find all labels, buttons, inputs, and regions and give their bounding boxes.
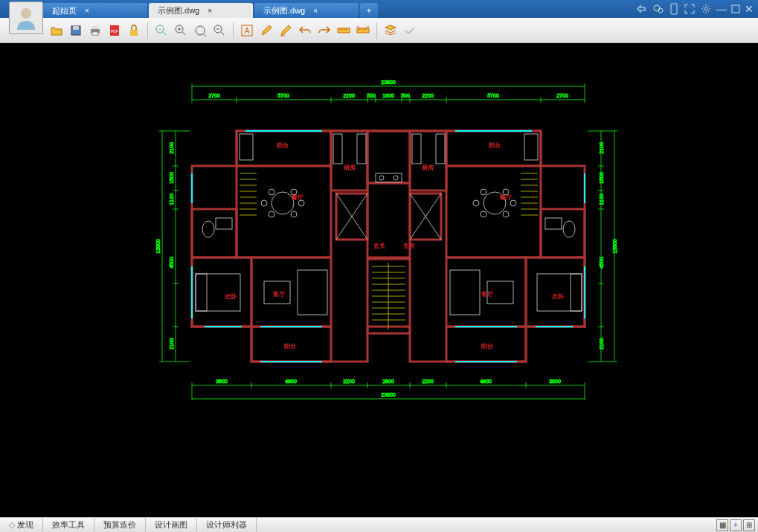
floor-plan: 23800 2700 5700 2200 500 1600 500 2200 5… (0, 43, 758, 517)
nav-efficiency[interactable]: 效率工具 (43, 518, 94, 532)
tab-start[interactable]: 起始页 × (43, 3, 147, 18)
pencil-button[interactable] (257, 22, 275, 39)
nav-design[interactable]: 设计画图 (146, 518, 197, 532)
tab-add-button[interactable]: + (360, 3, 378, 18)
separator (376, 22, 377, 39)
save-button[interactable] (67, 22, 85, 39)
svg-rect-22 (357, 28, 369, 33)
svg-text:5700: 5700 (487, 93, 499, 98)
view-list-icon[interactable]: ▦ (716, 519, 728, 531)
svg-rect-178 (357, 134, 366, 164)
svg-rect-140 (450, 270, 480, 315)
svg-rect-138 (298, 270, 327, 315)
svg-point-148 (563, 221, 575, 237)
zoom-fit-button[interactable] (191, 22, 209, 39)
close-icon[interactable]: × (311, 6, 320, 15)
svg-text:玄关: 玄关 (373, 242, 386, 249)
svg-rect-108 (237, 166, 331, 257)
svg-point-129 (261, 200, 267, 206)
svg-text:2700: 2700 (556, 93, 568, 98)
layers-button[interactable] (382, 22, 399, 39)
user-avatar[interactable] (9, 1, 43, 34)
close-icon[interactable]: × (83, 6, 91, 15)
svg-text:4500: 4500 (169, 257, 174, 269)
svg-point-128 (291, 211, 297, 217)
undo-button[interactable] (296, 22, 314, 39)
share-icon[interactable] (636, 3, 648, 15)
close-icon[interactable]: × (205, 6, 214, 15)
svg-rect-179 (412, 134, 421, 164)
gear-icon[interactable] (700, 3, 712, 15)
toolbar: PDF + A (0, 18, 758, 43)
svg-text:客厅: 客厅 (272, 290, 285, 298)
maximize-icon[interactable] (731, 4, 740, 13)
svg-point-125 (269, 189, 274, 195)
svg-point-182 (379, 176, 384, 180)
close-icon[interactable]: ✕ (745, 3, 754, 15)
lock-button[interactable] (125, 22, 143, 39)
pdf-button[interactable]: PDF (106, 22, 123, 39)
nav-designer[interactable]: 设计师利器 (197, 518, 257, 532)
svg-text:2100: 2100 (169, 338, 174, 350)
window-controls: — ✕ (636, 0, 758, 18)
view-controls: ▦ + ⊞ (716, 519, 758, 531)
tab-dwg-2[interactable]: 示例图.dwg × (254, 3, 359, 18)
tab-dwg-1[interactable]: 示例图.dwg × (149, 3, 253, 18)
svg-text:4800: 4800 (480, 379, 492, 384)
svg-text:厨房: 厨房 (343, 164, 356, 171)
svg-rect-96 (410, 131, 446, 190)
nav-budget[interactable]: 预算造价 (94, 518, 146, 532)
svg-point-135 (503, 211, 509, 217)
svg-text:1500: 1500 (169, 172, 174, 184)
svg-rect-104 (192, 257, 251, 327)
zoom-out-button[interactable] (211, 22, 228, 39)
svg-rect-147 (216, 218, 232, 229)
svg-text:玄关: 玄关 (402, 242, 416, 249)
svg-text:23800: 23800 (381, 392, 396, 397)
mobile-icon[interactable] (669, 3, 679, 15)
svg-point-4 (704, 7, 707, 10)
tab-label: 示例图.dwg (158, 5, 199, 16)
svg-text:2600: 2600 (382, 379, 394, 384)
print-button[interactable] (86, 22, 104, 39)
svg-rect-143 (196, 274, 207, 311)
svg-text:阳台: 阳台 (481, 343, 493, 350)
svg-text:2100: 2100 (599, 338, 604, 350)
svg-rect-95 (331, 131, 367, 190)
tab-strip: 起始页 × 示例图.dwg × 示例图.dwg × + (43, 0, 378, 18)
view-add-icon[interactable]: + (730, 519, 742, 531)
svg-text:1500: 1500 (599, 172, 604, 184)
measure-chain-button[interactable] (354, 22, 372, 39)
wechat-icon[interactable] (652, 3, 664, 15)
nav-discover[interactable]: ◇发现 (0, 518, 43, 532)
separator (233, 22, 234, 39)
svg-text:2100: 2100 (599, 142, 604, 154)
drawing-canvas[interactable]: 23800 2700 5700 2200 500 1600 500 2200 5… (0, 43, 758, 517)
svg-text:A: A (245, 27, 250, 35)
open-button[interactable] (48, 22, 65, 39)
svg-text:阳台: 阳台 (277, 142, 289, 149)
measure-button[interactable] (335, 22, 353, 39)
svg-text:阳台: 阳台 (489, 142, 501, 149)
svg-point-134 (481, 211, 486, 217)
title-bar: 起始页 × 示例图.dwg × 示例图.dwg × + — ✕ (0, 0, 758, 18)
svg-point-17 (196, 26, 205, 35)
svg-rect-149 (545, 218, 562, 229)
svg-rect-177 (333, 134, 342, 164)
svg-rect-184 (240, 134, 253, 160)
svg-text:餐厅: 餐厅 (291, 194, 303, 201)
check-button[interactable] (401, 22, 419, 39)
minimize-icon[interactable]: — (716, 3, 727, 15)
redo-button[interactable] (315, 22, 333, 39)
svg-rect-109 (446, 166, 541, 257)
view-tile-icon[interactable]: ⊞ (743, 519, 755, 531)
highlight-button[interactable] (277, 22, 295, 39)
zoom-in-button[interactable] (172, 22, 190, 39)
zoom-window-button[interactable]: + (152, 22, 170, 39)
svg-rect-10 (92, 32, 98, 35)
svg-rect-3 (671, 4, 677, 14)
text-button[interactable]: A (238, 22, 256, 39)
svg-text:1100: 1100 (169, 193, 174, 205)
svg-rect-13 (130, 30, 138, 36)
fullscreen-icon[interactable] (684, 3, 696, 15)
